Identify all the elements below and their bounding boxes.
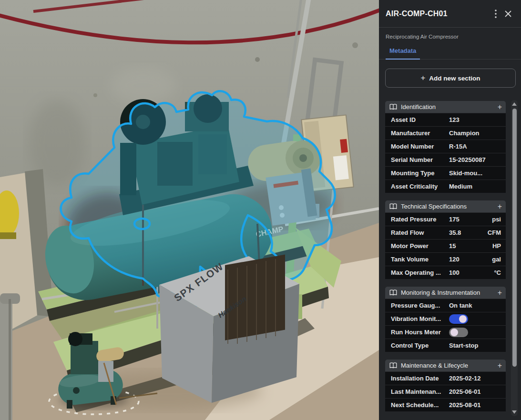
add-field-icon[interactable]: + xyxy=(498,203,502,210)
kebab-menu-icon[interactable] xyxy=(490,8,502,20)
add-field-icon[interactable]: + xyxy=(498,362,502,370)
field-label: Installation Date xyxy=(391,375,449,382)
field-row[interactable]: Asset ID123 xyxy=(385,113,506,126)
section-header[interactable]: Technical Specifications+ xyxy=(385,200,506,212)
field-unit: HP xyxy=(492,242,501,250)
section-header[interactable]: Identification+ xyxy=(385,101,506,113)
field-label: Rated Flow xyxy=(391,229,449,236)
3d-viewport[interactable]: CHAMP xyxy=(0,0,379,420)
field-label: Max Operating ... xyxy=(391,269,449,276)
scroll-up-arrow[interactable] xyxy=(512,102,517,106)
field-value: R-15A xyxy=(449,143,501,150)
field-label: Asset ID xyxy=(391,116,449,123)
sections-scroll-area[interactable]: Identification+Asset ID123ManufacturerCh… xyxy=(385,101,506,420)
field-value: Medium xyxy=(449,183,501,190)
add-new-section-label: Add new section xyxy=(429,75,480,82)
field-row[interactable]: Model NumberR-15A xyxy=(385,140,506,153)
field-unit: CFM xyxy=(488,229,501,236)
field-value: 15-20250087 xyxy=(449,156,501,163)
panel-title: AIR-COMP-CH01 xyxy=(386,10,490,18)
field-label: Mounting Type xyxy=(391,170,449,177)
field-row[interactable]: Mounting TypeSkid-mou... xyxy=(385,166,506,180)
toggle-switch[interactable] xyxy=(449,328,468,337)
field-row[interactable]: ManufacturerChampion xyxy=(385,126,506,140)
field-value: On tank xyxy=(449,302,501,309)
section-header[interactable]: Maintenance & Lifecycle+ xyxy=(385,360,506,371)
book-icon xyxy=(389,290,397,296)
app-window: CHAMP xyxy=(0,0,521,420)
section-header[interactable]: Monitoring & Instrumentation+ xyxy=(385,287,506,299)
tab-bar: Metadata xyxy=(379,43,521,60)
field-label: Next Schedule... xyxy=(391,401,449,409)
toggle-knob xyxy=(459,315,467,323)
panel-header: AIR-COMP-CH01 xyxy=(379,0,521,28)
field-row[interactable]: Serial Number15-20250087 xyxy=(385,153,506,166)
add-field-icon[interactable]: + xyxy=(498,289,502,297)
field-label: Rated Pressure xyxy=(391,216,449,223)
field-unit: psi xyxy=(492,216,501,223)
field-row[interactable]: Pressure Gaug...On tank xyxy=(385,299,506,312)
scrollbar-thumb[interactable] xyxy=(512,109,517,367)
toggle-knob xyxy=(450,329,458,336)
book-icon xyxy=(389,203,397,210)
section-card: Monitoring & Instrumentation+Pressure Ga… xyxy=(385,287,506,352)
field-label: Run Hours Meter xyxy=(391,329,449,336)
plus-icon: + xyxy=(420,73,425,83)
add-field-icon[interactable]: + xyxy=(498,103,502,111)
asset-details-panel: AIR-COMP-CH01 Reciprocating Air Compress… xyxy=(379,0,521,420)
field-row[interactable]: Rated Pressure175psi xyxy=(385,212,506,226)
field-value: 2025-08-01 xyxy=(449,401,501,409)
close-icon[interactable] xyxy=(502,8,514,20)
field-row[interactable]: Installation Date2025-02-12 xyxy=(385,371,506,385)
field-value: 123 xyxy=(449,116,501,123)
field-row[interactable]: Control TypeStart-stop xyxy=(385,339,506,352)
scene: CHAMP xyxy=(0,0,379,420)
field-label: Tank Volume xyxy=(391,256,449,263)
section-title: Identification xyxy=(401,103,494,110)
field-value: Champion xyxy=(449,130,501,137)
field-value: Skid-mou... xyxy=(449,170,501,177)
field-row[interactable]: Tank Volume120gal xyxy=(385,252,506,266)
field-row[interactable]: Rated Flow35.8CFM xyxy=(385,226,506,239)
field-value: 175 xyxy=(449,216,492,223)
section-title: Maintenance & Lifecycle xyxy=(401,362,494,369)
field-row[interactable]: Vibration Monit... xyxy=(385,312,506,325)
scroll-down-arrow[interactable] xyxy=(512,410,517,414)
field-row[interactable]: Last Maintenan...2025-06-01 xyxy=(385,385,506,398)
section-card: Maintenance & Lifecycle+Installation Dat… xyxy=(385,360,506,411)
field-label: Motor Power xyxy=(391,242,449,250)
add-new-section-button[interactable]: + Add new section xyxy=(385,69,516,88)
tab-metadata[interactable]: Metadata xyxy=(386,43,420,60)
field-unit: gal xyxy=(492,256,501,263)
field-label: Vibration Monit... xyxy=(391,315,449,322)
book-icon xyxy=(389,104,397,110)
field-row[interactable]: Next Schedule...2025-08-01 xyxy=(385,398,506,411)
field-value: 35.8 xyxy=(449,229,488,236)
field-label: Pressure Gaug... xyxy=(391,302,449,309)
field-row[interactable]: Motor Power15HP xyxy=(385,239,506,252)
scrollbar[interactable] xyxy=(511,100,518,416)
white-label xyxy=(333,155,349,180)
field-value: 100 xyxy=(449,269,494,276)
book-icon xyxy=(389,362,397,369)
section-title: Technical Specifications xyxy=(401,203,494,210)
field-label: Last Maintenan... xyxy=(391,388,449,395)
section-card: Identification+Asset ID123ManufacturerCh… xyxy=(385,101,506,193)
field-value: 120 xyxy=(449,256,492,263)
red-switch-handle xyxy=(340,139,348,153)
field-label: Serial Number xyxy=(391,156,449,163)
field-row[interactable]: Run Hours Meter xyxy=(385,325,506,339)
field-value: 15 xyxy=(449,242,492,250)
field-value: 2025-06-01 xyxy=(449,388,501,395)
field-label: Asset Criticality xyxy=(391,183,449,190)
field-value: Start-stop xyxy=(449,342,501,349)
condenser-grille xyxy=(225,255,285,340)
field-row[interactable]: Asset CriticalityMedium xyxy=(385,180,506,193)
field-label: Manufacturer xyxy=(391,130,449,137)
field-label: Control Type xyxy=(391,342,449,349)
field-label: Model Number xyxy=(391,143,449,150)
field-row[interactable]: Max Operating ...100°C xyxy=(385,266,506,279)
field-value: 2025-02-12 xyxy=(449,375,501,382)
toggle-switch[interactable] xyxy=(449,314,468,324)
asset-type-label: Reciprocating Air Compressor xyxy=(379,28,521,40)
